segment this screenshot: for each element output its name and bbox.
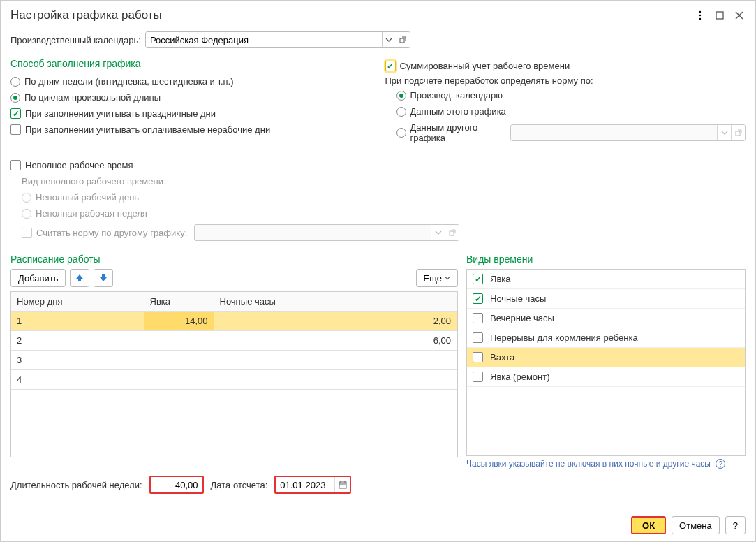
start-date-field[interactable] [274,476,351,494]
cell-night[interactable] [214,370,457,390]
radio-icon [396,91,406,101]
list-item[interactable]: Ночные часы [467,289,745,309]
calendar-input[interactable] [146,32,382,47]
table-row[interactable]: 3 [11,351,457,370]
list-item[interactable]: Вахта [467,348,745,367]
week-length-input[interactable] [151,480,202,490]
check-icon[interactable] [473,274,483,284]
week-length-field[interactable] [149,476,204,494]
timetypes-list[interactable]: Явка Ночные часы Вечерние часы Перерывы … [466,269,746,456]
table-row[interactable]: 2 6,00 [11,331,457,351]
radio-icon [396,128,406,138]
check-holidays[interactable]: При заполнении учитывать праздничные дни [10,105,371,122]
cancel-button[interactable]: Отмена [672,516,720,534]
check-partial-time[interactable]: Неполное рабочее время [10,157,746,173]
move-down-button[interactable] [94,269,113,287]
close-icon[interactable] [732,8,747,23]
col-attend[interactable]: Явка [144,292,214,312]
check-icon[interactable] [473,313,483,323]
table-row[interactable]: 4 [11,370,457,390]
list-item-label: Вахта [490,352,514,362]
check-icon [22,228,32,238]
fill-method-heading: Способ заполнения графика [10,58,371,69]
cell-attend[interactable]: 14,00 [144,312,214,331]
open-external-icon [445,225,459,240]
radio-by-days-label: По дням недели (пятидневка, шестидневка … [24,76,234,87]
svg-point-0 [699,11,701,13]
list-item-label: Вечерние часы [490,313,554,323]
cell-daynum[interactable]: 3 [11,351,144,370]
list-item-label: Перерывы для кормления ребенка [490,332,638,343]
check-icon[interactable] [473,352,483,362]
check-icon[interactable] [473,332,483,343]
svg-rect-9 [339,482,346,488]
check-norm-other: Считать норму по другому графику: [22,221,746,244]
schedule-grid[interactable]: Номер дня Явка Ночные часы 1 14,00 2,00 … [10,291,458,457]
cell-attend[interactable] [144,351,214,370]
check-norm-other-label: Считать норму по другому графику: [36,228,187,238]
other-schedule-input [511,125,717,140]
kebab-icon[interactable] [692,8,708,23]
table-row[interactable]: 1 14,00 2,00 [11,312,457,331]
col-daynum[interactable]: Номер дня [11,292,144,312]
list-item[interactable]: Явка (ремонт) [467,367,745,387]
svg-point-2 [699,18,701,20]
add-button[interactable]: Добавить [10,269,66,287]
radio-by-other-schedule-label: Данным другого графика [410,122,504,143]
radio-by-cycles[interactable]: По циклам произвольной длины [10,89,371,105]
hint-text: Часы явки указывайте не включая в них но… [466,459,711,469]
open-external-icon [731,125,745,140]
dropdown-icon[interactable] [382,32,396,47]
radio-by-other-schedule[interactable]: Данным другого графика [396,119,746,146]
maximize-icon[interactable] [712,8,727,23]
list-item-label: Явка [490,274,511,284]
calendar-label: Производственный календарь: [10,35,141,45]
radio-partial-week: Неполная рабочая неделя [22,205,746,221]
check-paid-nonwork[interactable]: При заполнении учитывать оплачиваемые не… [10,122,371,138]
cell-attend[interactable] [144,370,214,390]
check-icon [10,160,21,170]
move-up-button[interactable] [70,269,89,287]
cell-night[interactable]: 2,00 [214,312,457,331]
cell-daynum[interactable]: 4 [11,370,144,390]
cell-attend[interactable] [144,331,214,351]
norm-other-combo [194,224,459,241]
svg-rect-7 [736,131,740,136]
partial-kind-label: Вид неполного рабочего времени: [22,173,746,189]
cell-daynum[interactable]: 1 [11,312,144,331]
ok-button[interactable]: ОК [631,516,666,534]
list-item[interactable]: Вечерние часы [467,309,745,328]
radio-icon [22,209,31,219]
check-icon[interactable] [473,293,483,304]
cell-night[interactable] [214,351,457,370]
radio-partial-day: Неполный рабочий день [22,189,746,205]
svg-rect-6 [400,38,404,43]
help-button[interactable]: ? [725,516,746,534]
radio-by-prod-calendar[interactable]: Производ. календарю [396,87,746,103]
cell-night[interactable]: 6,00 [214,331,457,351]
col-night[interactable]: Ночные часы [214,292,457,312]
calendar-combo[interactable] [145,31,410,48]
check-icon [385,61,396,71]
timetypes-heading: Виды времени [466,254,746,265]
radio-icon [10,77,20,87]
cell-daynum[interactable]: 2 [11,331,144,351]
list-item[interactable]: Перерывы для кормления ребенка [467,328,745,348]
radio-by-days[interactable]: По дням недели (пятидневка, шестидневка … [10,73,371,89]
help-icon[interactable]: ? [716,459,725,469]
dropdown-icon [431,225,445,240]
radio-by-this-schedule[interactable]: Данным этого графика [396,103,746,119]
svg-point-1 [699,15,701,16]
more-button[interactable]: Еще [416,269,458,287]
open-external-icon[interactable] [396,32,410,47]
check-icon [10,108,21,119]
list-item[interactable]: Явка [467,270,745,289]
check-summed[interactable]: Суммированный учет рабочего времени [385,58,746,74]
calendar-icon[interactable] [334,477,350,492]
timetypes-hint: Часы явки указывайте не включая в них но… [466,459,746,469]
check-icon[interactable] [473,372,483,382]
check-paid-nonwork-label: При заполнении учитывать оплачиваемые не… [25,124,270,135]
start-date-input[interactable] [276,480,334,490]
check-partial-time-label: Неполное рабочее время [25,160,133,170]
dropdown-icon [717,125,731,140]
